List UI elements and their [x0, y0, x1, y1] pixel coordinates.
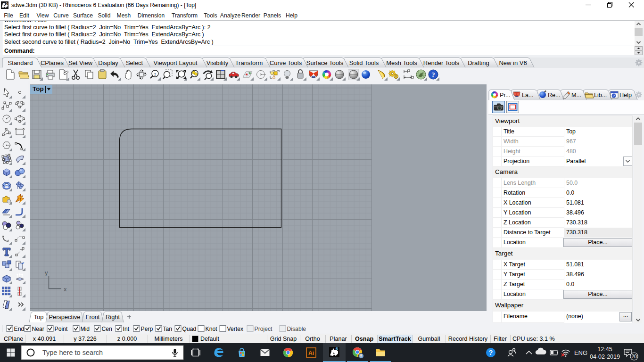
svg-text:Mesh Tools: Mesh Tools: [386, 59, 417, 66]
svg-text:Disable: Disable: [287, 326, 306, 332]
svg-text:Solid: Solid: [98, 12, 110, 19]
svg-text:Mesh: Mesh: [117, 12, 131, 19]
svg-text:File: File: [4, 12, 13, 19]
svg-text:Render: Render: [241, 12, 260, 19]
svg-text:Set View: Set View: [68, 59, 93, 66]
svg-text:Dimension: Dimension: [138, 12, 165, 19]
svg-text:6: 6: [336, 346, 338, 351]
svg-text:04-02-2019: 04-02-2019: [590, 354, 620, 360]
svg-text:Re...: Re...: [548, 92, 561, 99]
svg-text:?: ?: [613, 94, 615, 98]
svg-text:Surface Tools: Surface Tools: [306, 59, 344, 66]
svg-text:Pr...: Pr...: [500, 92, 510, 99]
svg-text:Transform: Transform: [235, 59, 263, 66]
svg-text:Standard: Standard: [8, 59, 33, 66]
svg-text:?: ?: [489, 349, 493, 356]
svg-text:Solid Tools: Solid Tools: [349, 59, 379, 66]
svg-text:Project: Project: [255, 326, 273, 332]
svg-text:ENG: ENG: [574, 349, 587, 356]
svg-text:Render Tools: Render Tools: [423, 59, 460, 66]
svg-text:Select: Select: [126, 59, 143, 66]
svg-text:Top: Top: [34, 313, 44, 321]
svg-text:Display: Display: [98, 59, 118, 66]
svg-text:Curve Tools: Curve Tools: [270, 59, 302, 66]
svg-text:Lib...: Lib...: [594, 92, 607, 99]
svg-text:Help: Help: [286, 12, 297, 19]
svg-text:Tan: Tan: [163, 326, 173, 332]
svg-text:Panels: Panels: [264, 12, 281, 19]
svg-text:?: ?: [431, 71, 435, 79]
svg-text:View: View: [36, 12, 49, 19]
svg-text:Mid: Mid: [81, 326, 90, 332]
svg-text:Curve: Curve: [53, 12, 69, 19]
svg-text:Right: Right: [106, 313, 120, 321]
svg-text:M...: M...: [571, 92, 581, 99]
svg-text:12:45: 12:45: [597, 346, 612, 353]
svg-text:Drafting: Drafting: [468, 59, 489, 66]
svg-text:Perspective: Perspective: [49, 313, 81, 321]
svg-text:x: x: [64, 286, 67, 293]
svg-text:Viewport Layout: Viewport Layout: [154, 59, 198, 66]
svg-text:New in V6: New in V6: [499, 59, 527, 66]
svg-text:End: End: [14, 326, 25, 332]
svg-text:±: ±: [154, 72, 157, 76]
svg-text:Near: Near: [32, 326, 44, 332]
svg-text:Surface: Surface: [73, 12, 93, 19]
svg-text:Cen: Cen: [102, 326, 112, 332]
svg-text:Vertex: Vertex: [227, 326, 244, 332]
svg-text:Type here to search: Type here to search: [42, 349, 103, 356]
svg-text:CPlanes: CPlanes: [41, 59, 64, 66]
svg-text:Ai: Ai: [308, 350, 314, 356]
svg-text:y: y: [45, 269, 48, 276]
svg-text:Transform: Transform: [172, 12, 198, 19]
svg-text:6: 6: [6, 1, 8, 6]
svg-text:La...: La...: [522, 92, 534, 99]
svg-text:Analyze: Analyze: [220, 12, 241, 19]
svg-text:Knot: Knot: [206, 326, 218, 332]
svg-text:Quad: Quad: [182, 326, 197, 332]
svg-text:Edit: Edit: [19, 12, 30, 19]
svg-text:Point: Point: [55, 326, 68, 332]
svg-text:Help: Help: [619, 92, 632, 99]
svg-text:Front: Front: [86, 313, 100, 321]
svg-text:Visibility: Visibility: [206, 59, 229, 66]
svg-text:Tools: Tools: [204, 12, 217, 19]
svg-text:Int: Int: [123, 326, 130, 332]
svg-text:20: 20: [631, 354, 637, 359]
svg-text:Perp: Perp: [141, 326, 153, 332]
